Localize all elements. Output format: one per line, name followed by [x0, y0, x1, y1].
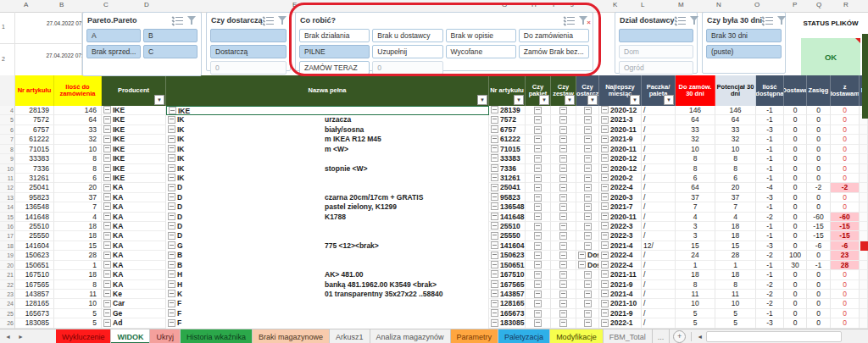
- outline-collapse-icon[interactable]: [103, 232, 111, 240]
- outline-collapse-icon[interactable]: [601, 270, 609, 278]
- outline-collapse-icon[interactable]: [491, 232, 498, 240]
- slicer-button[interactable]: (puste): [706, 45, 782, 58]
- outline-collapse-icon[interactable]: [559, 271, 567, 279]
- horizontal-scrollbar[interactable]: [706, 331, 842, 342]
- outline-collapse-icon[interactable]: [584, 300, 592, 307]
- outline-collapse-icon[interactable]: [534, 107, 542, 114]
- outline-collapse-icon[interactable]: [601, 164, 609, 172]
- multiselect-icon[interactable]: [564, 16, 575, 25]
- outline-collapse-icon[interactable]: [168, 136, 175, 143]
- outline-collapse-icon[interactable]: [584, 194, 592, 202]
- outline-collapse-icon[interactable]: [578, 252, 586, 259]
- outline-collapse-icon[interactable]: [584, 164, 592, 172]
- clear-filter-icon[interactable]: [186, 16, 198, 25]
- outline-collapse-icon[interactable]: [584, 184, 592, 191]
- clear-filter-icon[interactable]: ×: [578, 16, 589, 25]
- outline-collapse-icon[interactable]: [559, 164, 567, 172]
- outline-collapse-icon[interactable]: [491, 290, 498, 297]
- filter-dropdown-icon[interactable]: ▼: [565, 95, 575, 105]
- outline-collapse-icon[interactable]: [534, 174, 542, 182]
- outline-collapse-icon[interactable]: [559, 174, 567, 182]
- outline-collapse-icon[interactable]: [103, 300, 111, 307]
- outline-collapse-icon[interactable]: [491, 222, 498, 230]
- outline-collapse-icon[interactable]: [534, 300, 542, 307]
- filter-dropdown-icon[interactable]: ▼: [539, 95, 549, 105]
- outline-collapse-icon[interactable]: [584, 213, 592, 220]
- outline-collapse-icon[interactable]: [559, 319, 567, 327]
- slicer-button[interactable]: B: [143, 29, 198, 42]
- outline-collapse-icon[interactable]: [168, 252, 175, 259]
- filter-dropdown-icon[interactable]: ▼: [514, 95, 524, 105]
- outline-collapse-icon[interactable]: [559, 232, 567, 240]
- multiselect-icon[interactable]: [762, 16, 773, 25]
- outline-collapse-icon[interactable]: [584, 280, 592, 288]
- outline-collapse-icon[interactable]: [584, 223, 592, 230]
- outline-collapse-icon[interactable]: [601, 261, 609, 268]
- clear-filter-icon[interactable]: [689, 16, 700, 25]
- outline-collapse-icon[interactable]: [601, 125, 609, 133]
- sheet-tab-parametry[interactable]: Parametry: [451, 329, 499, 343]
- outline-collapse-icon[interactable]: [584, 136, 592, 143]
- outline-collapse-icon[interactable]: [534, 290, 542, 298]
- outline-collapse-icon[interactable]: [534, 126, 542, 134]
- outline-collapse-icon[interactable]: [103, 164, 111, 172]
- sheet-tab-historia-wka-nika[interactable]: Historia wkaźnika: [181, 329, 253, 343]
- filter-dropdown-icon[interactable]: ▼: [477, 95, 487, 105]
- outline-collapse-icon[interactable]: [534, 136, 542, 143]
- sheet-tab-paletyzacja[interactable]: Paletyzacja: [498, 329, 550, 343]
- outline-collapse-icon[interactable]: [168, 300, 175, 307]
- outline-collapse-icon[interactable]: [491, 106, 498, 113]
- slicer-button[interactable]: Brak u dostawcy: [372, 29, 442, 42]
- outline-collapse-icon[interactable]: [534, 203, 542, 211]
- outline-collapse-icon[interactable]: [534, 184, 542, 191]
- outline-collapse-icon[interactable]: [103, 213, 111, 220]
- slicer-button[interactable]: Wycofane: [446, 45, 516, 58]
- outline-collapse-icon[interactable]: [584, 155, 592, 163]
- outline-collapse-icon[interactable]: [584, 319, 592, 327]
- outline-collapse-icon[interactable]: [559, 242, 567, 250]
- next-sheet-icon[interactable]: ►: [18, 334, 24, 340]
- outline-collapse-icon[interactable]: [168, 309, 175, 317]
- hscroll-left-icon[interactable]: ◄: [693, 329, 706, 343]
- outline-collapse-icon[interactable]: [534, 232, 542, 240]
- outline-collapse-icon[interactable]: [103, 319, 111, 327]
- outline-collapse-icon[interactable]: [601, 309, 609, 317]
- filter-dropdown-icon[interactable]: ▼: [154, 95, 164, 105]
- outline-collapse-icon[interactable]: [168, 145, 175, 152]
- clear-filter-icon[interactable]: [277, 16, 288, 25]
- outline-collapse-icon[interactable]: [601, 106, 609, 113]
- outline-collapse-icon[interactable]: [534, 155, 542, 163]
- outline-collapse-icon[interactable]: [559, 136, 567, 143]
- multiselect-icon[interactable]: [263, 16, 274, 25]
- outline-collapse-icon[interactable]: [168, 125, 175, 133]
- slicer-button[interactable]: [210, 29, 287, 42]
- outline-collapse-icon[interactable]: [168, 184, 175, 191]
- outline-collapse-icon[interactable]: [168, 174, 175, 181]
- outline-collapse-icon[interactable]: [559, 145, 567, 152]
- outline-collapse-icon[interactable]: [559, 155, 567, 163]
- outline-collapse-icon[interactable]: [534, 280, 542, 288]
- outline-collapse-icon[interactable]: [168, 319, 175, 327]
- slicer-button[interactable]: Brak działania: [299, 29, 370, 42]
- outline-collapse-icon[interactable]: [168, 232, 175, 240]
- sheet-tab-modyfikacje[interactable]: Modyfikacje: [550, 329, 604, 343]
- outline-collapse-icon[interactable]: [491, 145, 498, 152]
- outline-collapse-icon[interactable]: [584, 242, 592, 250]
- outline-collapse-icon[interactable]: [491, 164, 498, 172]
- outline-collapse-icon[interactable]: [491, 280, 498, 288]
- outline-collapse-icon[interactable]: [601, 290, 609, 297]
- outline-collapse-icon[interactable]: [559, 194, 567, 202]
- outline-collapse-icon[interactable]: [559, 252, 567, 259]
- outline-collapse-icon[interactable]: [559, 290, 567, 298]
- outline-collapse-icon[interactable]: [601, 145, 609, 152]
- sheet-tab-braki-magazynowe[interactable]: Braki magazynowe: [253, 329, 330, 343]
- outline-collapse-icon[interactable]: [534, 310, 542, 318]
- outline-collapse-icon[interactable]: [559, 280, 567, 288]
- outline-collapse-icon[interactable]: [491, 136, 498, 143]
- outline-collapse-icon[interactable]: [168, 193, 175, 201]
- outline-collapse-icon[interactable]: [491, 125, 498, 133]
- outline-collapse-icon[interactable]: [559, 300, 567, 307]
- outline-collapse-icon[interactable]: [559, 203, 567, 211]
- outline-collapse-icon[interactable]: [601, 222, 609, 230]
- outline-collapse-icon[interactable]: [103, 252, 111, 259]
